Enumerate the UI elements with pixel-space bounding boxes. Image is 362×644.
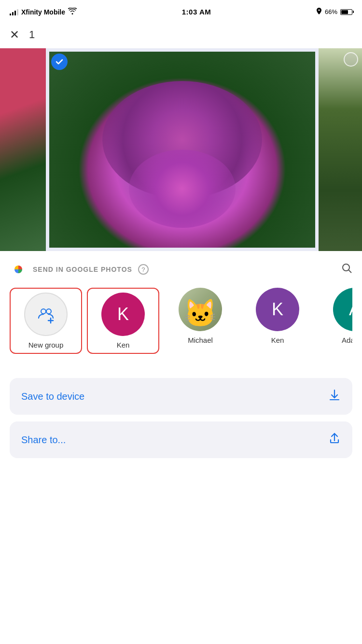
ken2-avatar: K — [256, 288, 299, 331]
share-title-group: SEND IN GOOGLE PHOTOS ? — [10, 261, 149, 278]
contact-ken2[interactable]: K Ken — [241, 288, 314, 354]
status-time: 1:03 AM — [182, 8, 211, 16]
michael-label: Michael — [188, 336, 213, 344]
photo-right[interactable] — [319, 48, 362, 251]
close-button[interactable]: ✕ — [10, 28, 19, 42]
svg-point-3 — [46, 309, 51, 314]
selection-count: 1 — [29, 28, 35, 41]
contacts-row: New group K Ken 🐱 Michael K Ken A Adam U — [10, 288, 352, 359]
help-button[interactable]: ? — [138, 264, 149, 275]
google-photos-icon — [10, 261, 27, 278]
contact-new-group[interactable]: New group — [10, 288, 82, 354]
action-buttons: Save to device Share to... — [0, 364, 362, 468]
adam-avatar: A — [333, 288, 352, 331]
share-header: SEND IN GOOGLE PHOTOS ? — [10, 261, 352, 278]
battery-icon — [340, 9, 352, 15]
selection-checkmark — [51, 54, 68, 70]
photo-main[interactable] — [46, 48, 319, 251]
new-group-avatar — [24, 293, 68, 336]
share-to-label: Share to... — [21, 434, 66, 446]
status-right: 66% — [316, 8, 352, 16]
svg-point-0 — [343, 264, 349, 271]
photo-left[interactable] — [0, 48, 46, 251]
contact-adam[interactable]: A Adam U — [319, 288, 352, 354]
signal-icon — [10, 9, 18, 15]
carrier-label: Xfinity Mobile — [21, 8, 65, 16]
ken1-avatar: K — [101, 293, 145, 336]
ken2-label: Ken — [271, 336, 284, 344]
download-icon — [328, 389, 341, 404]
contact-ken1[interactable]: K Ken — [87, 288, 159, 354]
share-section: SEND IN GOOGLE PHOTOS ? — [0, 251, 362, 364]
battery-percent: 66% — [325, 8, 337, 15]
share-title: SEND IN GOOGLE PHOTOS — [33, 266, 132, 273]
adam-label: Adam U — [342, 336, 352, 344]
svg-point-2 — [41, 309, 46, 314]
ken1-label: Ken — [117, 341, 130, 349]
save-to-device-label: Save to device — [21, 391, 84, 402]
michael-avatar: 🐱 — [179, 288, 222, 331]
contact-michael[interactable]: 🐱 Michael — [164, 288, 237, 354]
share-to-button[interactable]: Share to... — [10, 421, 352, 458]
save-to-device-button[interactable]: Save to device — [10, 378, 352, 415]
new-group-label: New group — [28, 341, 64, 349]
share-icon — [328, 432, 341, 448]
photo-strip — [0, 48, 362, 251]
location-icon — [316, 8, 322, 16]
status-bar: Xfinity Mobile 1:03 AM 66% — [0, 0, 362, 21]
header: ✕ 1 — [0, 21, 362, 48]
svg-line-1 — [349, 270, 352, 273]
search-button[interactable] — [341, 262, 352, 277]
unselected-badge — [344, 52, 358, 67]
status-left: Xfinity Mobile — [10, 8, 77, 16]
wifi-icon — [68, 8, 77, 16]
